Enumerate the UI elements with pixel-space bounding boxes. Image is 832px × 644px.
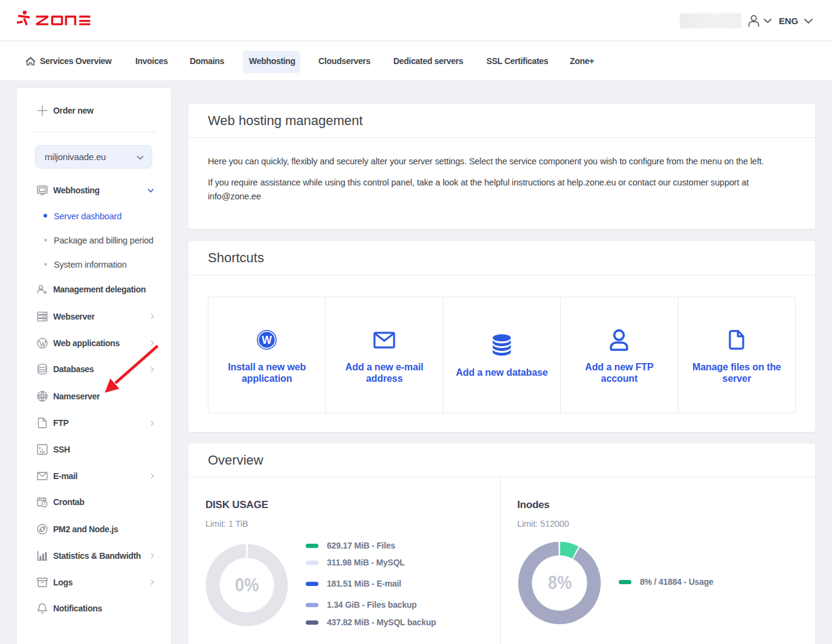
svg-text:SSH: SSH xyxy=(39,450,45,453)
svg-text:DNS: DNS xyxy=(40,395,45,398)
svg-text:W: W xyxy=(262,334,272,346)
